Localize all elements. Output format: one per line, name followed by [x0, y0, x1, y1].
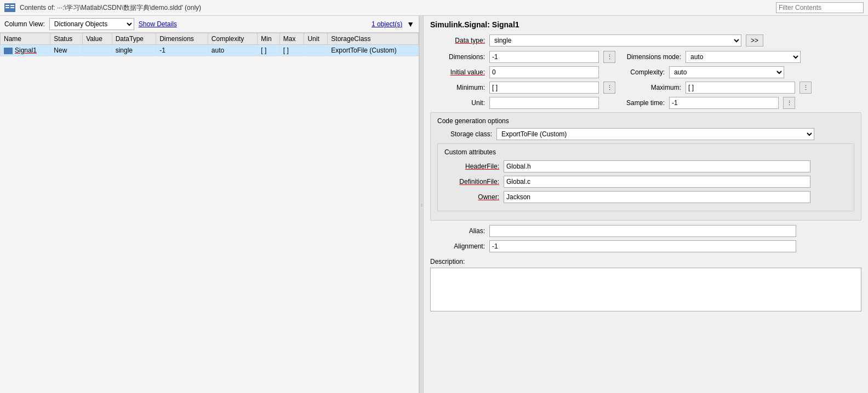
header-file-row: HeaderFile: — [444, 160, 847, 172]
sample-time-pair: Sample time: ⋮ — [610, 97, 795, 109]
col-header-datatype[interactable]: DataType — [112, 33, 156, 45]
owner-label: Owner: — [444, 193, 499, 201]
panel-title: Simulink.Signal: Signal1 — [430, 20, 861, 29]
dimensions-input[interactable] — [489, 51, 599, 63]
data-table: Name Status Value DataType Dimensions Co… — [0, 33, 419, 56]
description-section: Description: — [430, 258, 861, 313]
col-header-min[interactable]: Min — [258, 33, 279, 45]
dict-icon — [4, 3, 15, 12]
contents-path: Contents of: ···:\学习\Matlab\CSDN\数据字典\de… — [20, 3, 201, 13]
custom-attr-section: Custom attributes HeaderFile: Definition… — [437, 143, 854, 211]
definition-file-input[interactable] — [504, 176, 810, 188]
owner-row: Owner: — [444, 191, 847, 203]
col-header-name[interactable]: Name — [1, 33, 50, 45]
header-file-input[interactable] — [504, 160, 810, 172]
maximum-dots-btn[interactable]: ⋮ — [800, 82, 812, 94]
data-type-select[interactable]: single double int8 uint8 — [489, 34, 741, 47]
col-header-unit[interactable]: Unit — [304, 33, 328, 45]
cell-storageclass: ExportToFile (Custom) — [328, 45, 419, 56]
owner-input[interactable] — [504, 191, 810, 203]
cell-datatype: single — [112, 45, 156, 56]
dimensions-mode-pair: Dimensions mode: auto fixed variable — [626, 51, 801, 63]
data-type-row: Data type: single double int8 uint8 >> — [430, 34, 861, 47]
sample-time-label: Sample time: — [610, 99, 665, 107]
code-gen-section: Code generation options Storage class: E… — [430, 112, 861, 221]
cell-value — [83, 45, 112, 56]
initial-value-input[interactable] — [489, 66, 599, 78]
minimum-pair: Minimum: ⋮ — [430, 82, 615, 94]
column-view-select[interactable]: Dictionary Objects — [49, 18, 134, 30]
svg-rect-4 — [10, 7, 14, 8]
dimensions-mode-label: Dimensions mode: — [626, 53, 681, 61]
definition-file-row: DefinitionFile: — [444, 176, 847, 188]
col-header-max[interactable]: Max — [279, 33, 304, 45]
custom-attr-title: Custom attributes — [444, 148, 847, 156]
dimensions-mode-select[interactable]: auto fixed variable — [686, 51, 801, 63]
alias-label: Alias: — [430, 227, 485, 235]
storage-class-select[interactable]: ExportToFile (Custom) Auto ImportFromFil… — [496, 128, 814, 140]
initial-value-row: Initial value: Complexity: auto real com… — [430, 66, 861, 78]
initial-value-pair: Initial value: — [430, 66, 599, 78]
show-details-link[interactable]: Show Details — [139, 20, 177, 28]
object-count[interactable]: 1 object(s) — [372, 20, 402, 28]
cell-dimensions: -1 — [156, 45, 208, 56]
alignment-label: Alignment: — [430, 242, 485, 250]
unit-label: Unit: — [430, 99, 485, 107]
dimensions-row: Dimensions: ⋮ Dimensions mode: auto fixe… — [430, 51, 861, 63]
col-header-dimensions[interactable]: Dimensions — [156, 33, 208, 45]
right-panel: Simulink.Signal: Signal1 Data type: sing… — [424, 16, 868, 393]
alignment-input[interactable] — [489, 240, 796, 252]
table-wrapper: Name Status Value DataType Dimensions Co… — [0, 33, 419, 393]
minimum-dots-btn[interactable]: ⋮ — [603, 82, 615, 94]
maximum-input[interactable] — [686, 82, 795, 94]
sample-time-dots-btn[interactable]: ⋮ — [783, 97, 795, 109]
alias-input[interactable] — [489, 225, 796, 237]
minimum-label: Minimum: — [430, 84, 485, 91]
complexity-label: Complexity: — [610, 68, 665, 76]
unit-sample-row: Unit: Sample time: ⋮ — [430, 97, 861, 109]
description-label: Description: — [430, 258, 861, 265]
maximum-label: Maximum: — [626, 84, 681, 91]
filter-input[interactable] — [776, 2, 864, 13]
cell-unit — [304, 45, 328, 56]
col-header-status[interactable]: Status — [50, 33, 83, 45]
maximum-pair: Maximum: ⋮ — [626, 82, 812, 94]
cell-complexity: auto — [208, 45, 258, 56]
panel-divider[interactable]: · · · — [419, 16, 424, 393]
col-header-storageclass[interactable]: StorageClass — [328, 33, 419, 45]
dimensions-dots-btn[interactable]: ⋮ — [603, 51, 615, 63]
min-max-row: Minimum: ⋮ Maximum: ⋮ — [430, 82, 861, 94]
svg-rect-2 — [5, 7, 9, 8]
definition-file-label: DefinitionFile: — [444, 178, 499, 186]
code-gen-title: Code generation options — [437, 117, 854, 125]
col-header-value[interactable]: Value — [83, 33, 112, 45]
svg-rect-3 — [10, 5, 14, 6]
cell-status: New — [50, 45, 83, 56]
data-type-label: Data type: — [430, 37, 485, 44]
header-file-label: HeaderFile: — [444, 163, 499, 170]
column-view-label: Column View: — [4, 20, 45, 28]
dimensions-label: Dimensions: — [430, 53, 485, 61]
advance-button[interactable]: >> — [746, 34, 763, 47]
alias-row: Alias: — [430, 225, 861, 237]
complexity-select[interactable]: auto real complex — [669, 66, 784, 78]
filter-icon[interactable]: ▼ — [407, 20, 414, 28]
minimum-input[interactable] — [489, 82, 599, 94]
sample-time-input[interactable] — [669, 97, 779, 109]
unit-input[interactable] — [489, 97, 599, 109]
description-textarea[interactable] — [430, 268, 861, 311]
complexity-pair: Complexity: auto real complex — [610, 66, 784, 78]
cell-name: Signal1 — [1, 45, 50, 56]
dimensions-pair: Dimensions: ⋮ — [430, 51, 615, 63]
cell-max: [ ] — [279, 45, 304, 56]
unit-pair: Unit: — [430, 97, 599, 109]
main-layout: Column View: Dictionary Objects Show Det… — [0, 16, 868, 393]
top-bar: Contents of: ···:\学习\Matlab\CSDN\数据字典\de… — [0, 0, 868, 16]
col-header-complexity[interactable]: Complexity — [208, 33, 258, 45]
cell-min: [ ] — [258, 45, 279, 56]
storage-class-row: Storage class: ExportToFile (Custom) Aut… — [437, 128, 854, 140]
row-icon — [4, 48, 13, 54]
table-row[interactable]: Signal1Newsingle-1auto[ ][ ]ExportToFile… — [1, 45, 419, 56]
left-panel: Column View: Dictionary Objects Show Det… — [0, 16, 419, 393]
storage-class-label: Storage class: — [437, 130, 492, 138]
